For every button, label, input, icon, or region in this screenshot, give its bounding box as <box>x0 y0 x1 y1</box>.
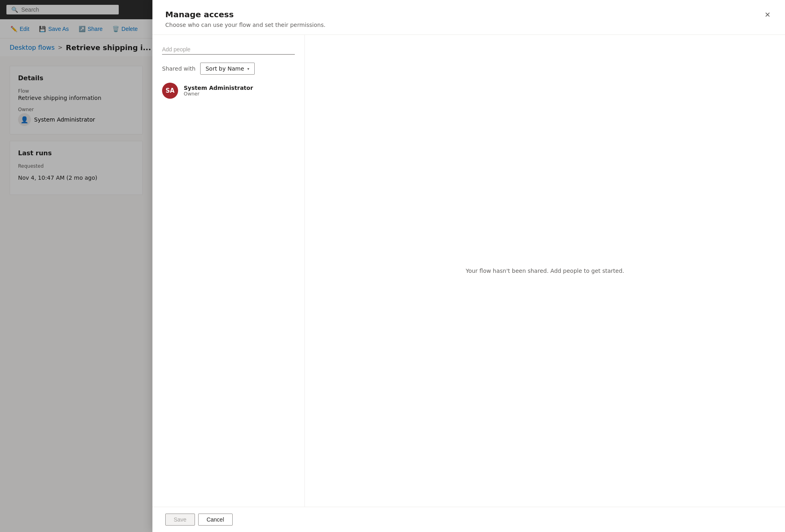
sort-dropdown[interactable]: Sort by Name ▾ <box>200 63 254 75</box>
chevron-down-icon: ▾ <box>247 67 249 71</box>
modal-title: Manage access <box>165 10 325 19</box>
user-name: System Administrator <box>184 85 253 91</box>
modal-body: Shared with Sort by Name ▾ SA System Adm… <box>152 35 785 507</box>
modal-right-panel: Your flow hasn't been shared. Add people… <box>305 35 785 507</box>
modal-header: Manage access Choose who can use your fl… <box>152 0 785 35</box>
modal-footer: Save Cancel <box>152 507 785 532</box>
shared-with-label: Shared with <box>162 65 195 72</box>
sort-dropdown-label: Sort by Name <box>205 65 244 72</box>
empty-state-text: Your flow hasn't been shared. Add people… <box>466 268 624 274</box>
modal-left-panel: Shared with Sort by Name ▾ SA System Adm… <box>152 35 305 507</box>
user-avatar: SA <box>162 83 178 99</box>
manage-access-modal: Manage access Choose who can use your fl… <box>152 0 785 532</box>
user-row: SA System Administrator Owner <box>162 83 295 99</box>
user-role: Owner <box>184 91 253 97</box>
add-people-input[interactable] <box>162 45 295 55</box>
modal-header-text: Manage access Choose who can use your fl… <box>165 10 325 28</box>
modal-subtitle: Choose who can use your flow and set the… <box>165 22 325 28</box>
user-info: System Administrator Owner <box>184 85 253 97</box>
shared-with-row: Shared with Sort by Name ▾ <box>162 63 295 75</box>
modal-close-button[interactable]: ✕ <box>763 10 772 20</box>
modal-save-button[interactable]: Save <box>165 514 195 526</box>
modal-cancel-button[interactable]: Cancel <box>198 514 233 526</box>
